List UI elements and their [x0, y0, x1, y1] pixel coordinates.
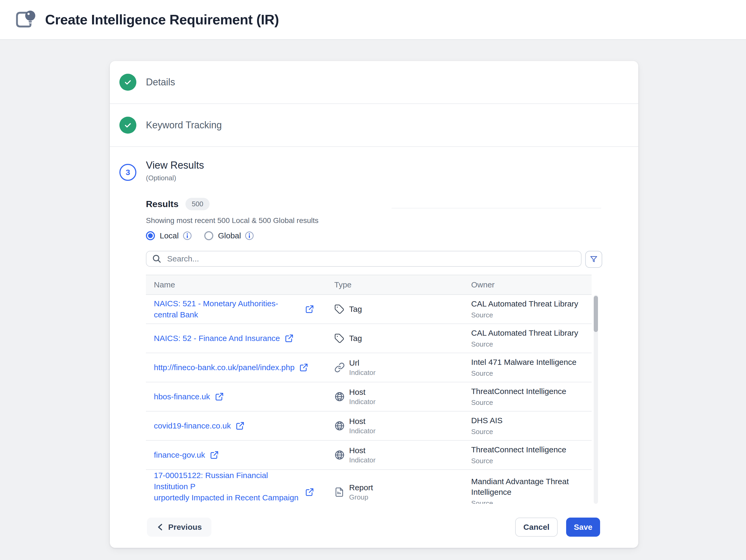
result-name-link[interactable]: 17-00015122: Russian Financial Instituti… — [154, 470, 300, 504]
owner-label: Intelligence — [471, 487, 587, 497]
result-owner-cell: CAL Automated Threat LibrarySource — [471, 328, 592, 349]
table-row: hbos-finance.ukHostIndicatorThreatConnec… — [146, 382, 592, 412]
radio-local[interactable]: Local — [146, 231, 192, 240]
search-icon — [152, 254, 161, 263]
external-link-icon[interactable] — [305, 488, 314, 497]
owner-sublabel: Source — [471, 340, 587, 349]
global-info-icon[interactable] — [245, 232, 254, 240]
result-owner-cell: Intel 471 Malware IntelligenceSource — [471, 357, 592, 378]
type-label: Tag — [349, 304, 362, 314]
type-label: Host — [349, 445, 376, 455]
step-keyword-tracking[interactable]: Keyword Tracking — [110, 104, 638, 147]
save-button[interactable]: Save — [566, 518, 600, 537]
result-name-link[interactable]: hbos-finance.uk — [154, 391, 210, 402]
results-table-header: Name Type Owner — [146, 275, 592, 295]
result-name-cell: finance-gov.uk — [146, 449, 334, 461]
cancel-button-label: Cancel — [523, 523, 549, 532]
result-owner-cell: CAL Automated Threat LibrarySource — [471, 299, 592, 320]
type-sublabel: Indicator — [349, 455, 376, 465]
previous-button[interactable]: Previous — [147, 518, 211, 537]
result-name-link[interactable]: http://fineco-bank.co.uk/panel/index.php — [154, 362, 294, 373]
owner-sublabel: Source — [471, 398, 587, 407]
results-table: Name Type Owner NAICS: 521 - Monetary Au… — [146, 275, 592, 504]
globe-icon — [334, 450, 346, 460]
type-sublabel: Indicator — [349, 397, 376, 406]
step-keyword-tracking-label: Keyword Tracking — [146, 104, 222, 146]
type-label: Tag — [349, 333, 362, 343]
page: Create Intelligence Requirement (IR) Det… — [0, 0, 746, 560]
owner-sublabel: Source — [471, 427, 587, 437]
step-optional-label: (Optional) — [146, 174, 176, 182]
radio-global-control[interactable] — [204, 231, 213, 240]
page-header: Create Intelligence Requirement (IR) — [0, 0, 746, 40]
column-header-owner: Owner — [471, 280, 592, 289]
owner-label: DHS AIS — [471, 415, 587, 426]
result-owner-cell: ThreatConnect IntelligenceSource — [471, 444, 592, 466]
result-owner-cell: DHS AISSource — [471, 415, 592, 437]
save-button-label: Save — [574, 523, 593, 532]
column-header-type: Type — [334, 280, 471, 289]
radio-global-label: Global — [218, 231, 241, 240]
scope-radio-row: Local Global — [146, 231, 266, 240]
result-name-cell: NAICS: 521 - Monetary Authorities-centra… — [146, 298, 334, 320]
external-link-icon[interactable] — [236, 421, 245, 430]
cancel-button[interactable]: Cancel — [515, 518, 557, 537]
search-input[interactable] — [166, 254, 581, 264]
step-details-label: Details — [146, 61, 175, 104]
filter-button[interactable] — [585, 251, 602, 268]
filter-funnel-icon — [589, 255, 598, 264]
report-icon — [334, 487, 346, 497]
table-row: NAICS: 52 - Finance And InsuranceTagCAL … — [146, 324, 592, 353]
result-type-cell: Tag — [334, 333, 471, 343]
radio-local-control[interactable] — [146, 231, 155, 240]
results-count-badge: 500 — [185, 198, 209, 210]
step-view-results-label: View Results — [146, 159, 204, 171]
step-complete-check-icon — [119, 74, 136, 91]
external-link-icon[interactable] — [210, 450, 219, 460]
result-owner-cell: ThreatConnect IntelligenceSource — [471, 386, 592, 407]
tag-icon — [334, 333, 346, 343]
type-label: Host — [349, 416, 376, 426]
result-name-cell: 17-00015122: Russian Financial Instituti… — [146, 470, 334, 504]
owner-sublabel: Source — [471, 499, 587, 504]
result-type-cell: Tag — [334, 304, 471, 314]
step-details[interactable]: Details — [110, 61, 638, 104]
intelligence-requirement-icon — [15, 8, 38, 31]
owner-label: Intel 471 Malware Intelligence — [471, 357, 587, 367]
owner-label: CAL Automated Threat Library — [471, 328, 587, 338]
external-link-icon[interactable] — [299, 363, 308, 372]
table-row: http://fineco-bank.co.uk/panel/index.php… — [146, 353, 592, 382]
wizard-card: Details Keyword Tracking 3 View Results … — [110, 61, 638, 548]
result-name-link[interactable]: NAICS: 521 - Monetary Authorities-centra… — [154, 298, 300, 320]
external-link-icon[interactable] — [305, 305, 314, 314]
globe-icon — [334, 391, 346, 402]
local-info-icon[interactable] — [183, 232, 192, 240]
type-label: Url — [349, 358, 376, 368]
result-name-link[interactable]: covid19-finance.co.uk — [154, 420, 231, 432]
globe-icon — [334, 420, 346, 431]
result-name-link[interactable]: finance-gov.uk — [154, 449, 205, 461]
chevron-left-icon — [156, 523, 164, 531]
owner-label: ThreatConnect Intelligence — [471, 444, 587, 455]
result-type-cell: HostIndicator — [334, 445, 471, 465]
external-link-icon[interactable] — [215, 392, 224, 401]
result-owner-cell: Mandiant Advantage ThreatIntelligenceSou… — [471, 476, 592, 504]
results-subtitle: Showing most recent 500 Local & 500 Glob… — [146, 216, 319, 225]
tag-icon — [334, 304, 346, 314]
radio-global[interactable]: Global — [204, 231, 254, 240]
result-name-cell: covid19-finance.co.uk — [146, 420, 334, 432]
result-name-cell: NAICS: 52 - Finance And Insurance — [146, 333, 334, 344]
external-link-icon[interactable] — [285, 334, 294, 343]
step-complete-check-icon — [119, 117, 136, 134]
table-row: NAICS: 521 - Monetary Authorities-centra… — [146, 295, 592, 324]
owner-sublabel: Source — [471, 456, 587, 466]
result-name-link[interactable]: NAICS: 52 - Finance And Insurance — [154, 333, 280, 344]
table-row: finance-gov.ukHostIndicatorThreatConnect… — [146, 441, 592, 470]
results-heading: Results — [146, 199, 178, 209]
type-label: Host — [349, 387, 376, 397]
table-row: 17-00015122: Russian Financial Instituti… — [146, 470, 592, 504]
table-scrollbar[interactable] — [594, 295, 598, 504]
result-type-cell: HostIndicator — [334, 387, 471, 406]
step-number-badge: 3 — [119, 164, 136, 181]
table-scrollbar-thumb[interactable] — [594, 296, 598, 332]
